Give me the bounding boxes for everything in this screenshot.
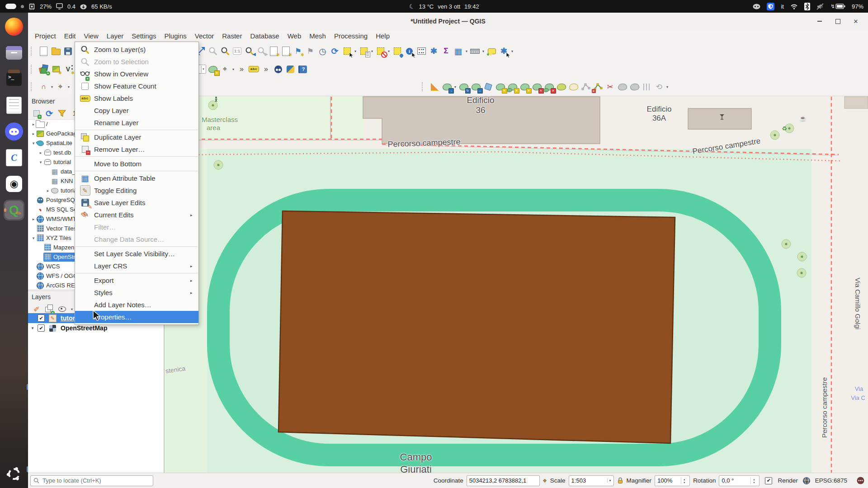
map-tips-button[interactable]: [486, 45, 498, 57]
new-virtual-layer-button[interactable]: V✶: [62, 63, 74, 75]
menu-web[interactable]: Web: [283, 31, 306, 41]
delete-ring-button[interactable]: ✕: [531, 81, 543, 93]
trim-extend-button[interactable]: ✂: [604, 81, 616, 93]
open-project-button[interactable]: [50, 45, 62, 57]
fill-ring-button[interactable]: [555, 81, 567, 93]
new-geopackage-layer-button[interactable]: ✶: [50, 63, 62, 75]
snapping-options-button[interactable]: ∩: [38, 81, 50, 93]
messages-icon[interactable]: [857, 477, 864, 484]
layer-visibility-checkbox[interactable]: ✔: [38, 314, 45, 322]
coordinate-box[interactable]: 5034213,2 6783882,1: [467, 475, 540, 486]
deselect-features-caret[interactable]: ▾: [387, 49, 391, 53]
simplify-feature-button[interactable]: ✶: [494, 81, 506, 93]
new-map-view-button[interactable]: ✶: [268, 45, 280, 57]
refresh-browser-button[interactable]: ⟳: [44, 108, 54, 118]
temporal-controller-button[interactable]: ◷: [316, 45, 329, 57]
dock-qgis-icon[interactable]: Q✎: [4, 200, 24, 221]
dock-firefox-icon[interactable]: [4, 16, 24, 37]
select-by-value-caret[interactable]: ▾: [370, 49, 374, 53]
ctx-zoom-to-layer-s[interactable]: Zoom to Layer(s): [75, 43, 198, 56]
new-project-button[interactable]: [38, 45, 50, 57]
statistics-panel-button[interactable]: Σ: [440, 45, 452, 57]
save-project-button[interactable]: [62, 45, 74, 57]
manage-visibility-button[interactable]: [57, 304, 67, 314]
menu-processing[interactable]: Processing: [330, 31, 372, 41]
menu-settings[interactable]: Settings: [127, 31, 160, 41]
menu-help[interactable]: Help: [372, 31, 394, 41]
add-selected-layers-button[interactable]: +: [32, 108, 42, 118]
help-contents-button[interactable]: ?: [297, 63, 309, 75]
select-by-value-button[interactable]: [358, 45, 370, 57]
ctx-move-to-bottom[interactable]: Move to Bottom: [75, 158, 198, 170]
advanced-digitizing-caret[interactable]: ▾: [66, 85, 71, 89]
dock-document-viewer-icon[interactable]: C: [4, 147, 24, 168]
discord-tray-icon[interactable]: [753, 4, 760, 9]
vertex-tool-combo-caret[interactable]: ▾: [231, 67, 236, 71]
clock-menu[interactable]: ☾ 13 °C ven 3 ott 19:42: [409, 3, 479, 10]
merge-features-button[interactable]: [616, 81, 628, 93]
data-source-manager-button[interactable]: +: [38, 63, 50, 75]
reverse-line-caret[interactable]: ▾: [665, 85, 670, 89]
run-feature-action-button[interactable]: ✱: [498, 45, 510, 57]
select-by-location-button[interactable]: [391, 45, 403, 57]
ctx-set-layer-scale-visibility[interactable]: Set Layer Scale Visibility…: [75, 248, 198, 260]
ctx-save-layer-edits[interactable]: ✎Save Layer Edits: [75, 197, 198, 209]
magnifier-spinbox[interactable]: 100% ▴▾: [655, 475, 690, 486]
python-console-button[interactable]: [284, 63, 297, 75]
ctx-open-attribute-table[interactable]: ▦Open Attribute Table: [75, 172, 198, 184]
zoom-tool-button[interactable]: [219, 45, 231, 57]
scale-caret-icon[interactable]: ▾: [607, 479, 611, 483]
ctx-export[interactable]: Export▸: [75, 274, 198, 286]
menu-vector[interactable]: Vector: [191, 31, 218, 41]
ctx-current-edits[interactable]: ✎✎Current Edits▸: [75, 209, 198, 221]
ctx-styles[interactable]: Styles▸: [75, 286, 198, 299]
close-button[interactable]: ✕: [851, 16, 861, 26]
ctx-show-feature-count[interactable]: Show Feature Count: [75, 80, 198, 92]
ctx-toggle-editing[interactable]: ✎Toggle Editing: [75, 184, 198, 197]
identify-features-button[interactable]: i: [403, 45, 415, 57]
rotate-point-symbols-button[interactable]: [628, 81, 641, 93]
move-feature-caret[interactable]: ▾: [453, 85, 458, 89]
select-features-caret[interactable]: ▾: [353, 49, 358, 53]
add-ring-button[interactable]: ✶: [519, 81, 531, 93]
advanced-digitizing-button[interactable]: ⌖: [54, 81, 66, 93]
extent-icon[interactable]: ⌖: [543, 477, 547, 485]
metasearch-button[interactable]: [272, 63, 284, 75]
ctx-copy-layer[interactable]: Copy Layer: [75, 104, 198, 117]
layer-labeling-button[interactable]: abc: [248, 63, 260, 75]
scale-combo[interactable]: 1:503 ▾: [569, 475, 614, 486]
snapping-options-caret[interactable]: ▾: [50, 85, 54, 89]
toolbar-overflow-2-button[interactable]: »: [260, 63, 272, 75]
minimize-button[interactable]: [815, 16, 825, 26]
menu-raster[interactable]: Raster: [218, 31, 246, 41]
rotation-spin-arrows[interactable]: ▴▾: [750, 478, 757, 484]
ctx-add-layer-notes[interactable]: Add Layer Notes…: [75, 299, 198, 311]
ctx-show-in-overview[interactable]: +Show in Overview: [75, 68, 198, 80]
filter-browser-button[interactable]: [57, 108, 67, 118]
add-part-button[interactable]: ✶: [506, 81, 519, 93]
dock-text-editor-icon[interactable]: [4, 95, 24, 116]
new-3d-map-view-button[interactable]: ✶: [280, 45, 292, 57]
layer-visibility-checkbox[interactable]: ✔: [38, 324, 45, 332]
select-features-button[interactable]: [341, 45, 353, 57]
menu-project[interactable]: Project: [31, 31, 60, 41]
menu-edit[interactable]: Edit: [60, 31, 80, 41]
attribute-table-button[interactable]: ▦: [452, 45, 464, 57]
split-features-button[interactable]: [580, 81, 592, 93]
offset-curve-button[interactable]: [567, 81, 580, 93]
processing-toolbox-button[interactable]: ✱: [428, 45, 440, 57]
menu-mesh[interactable]: Mesh: [305, 31, 330, 41]
manage-visibility-caret[interactable]: ▾: [70, 307, 74, 311]
new-spatial-bookmark-button[interactable]: ⚑✶: [292, 45, 304, 57]
new-shapefile-layer-button[interactable]: ✶: [207, 63, 219, 75]
reverse-line-button[interactable]: ⟲: [653, 81, 665, 93]
cad-construction-button[interactable]: [429, 81, 441, 93]
attribute-table-caret[interactable]: ▾: [464, 49, 469, 53]
ctx-rename-layer[interactable]: Rename Layer: [75, 117, 198, 129]
menu-database[interactable]: Database: [246, 31, 283, 41]
magnifier-spin-arrows[interactable]: ▴▾: [681, 478, 687, 484]
run-feature-action-caret[interactable]: ▾: [510, 49, 514, 53]
activities-pill[interactable]: [5, 4, 16, 9]
measure-button[interactable]: [469, 45, 481, 57]
dock-ubuntu-launcher-icon[interactable]: [4, 464, 24, 484]
